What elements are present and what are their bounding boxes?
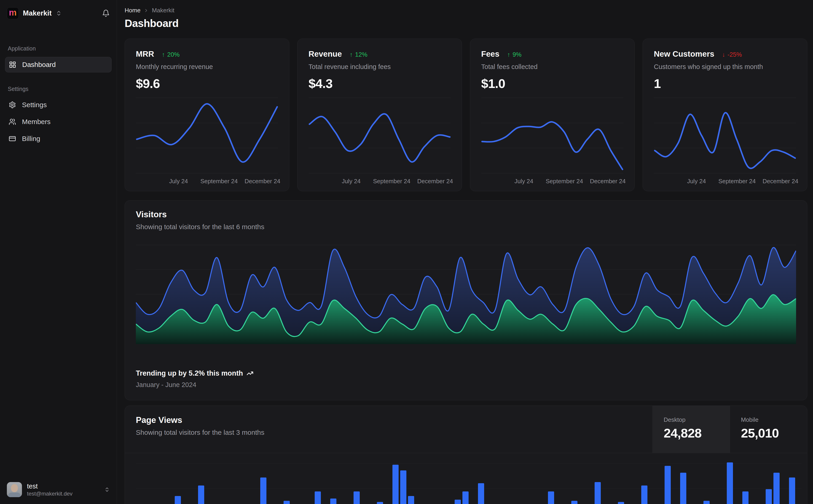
stat-change-badge: ↓-25% xyxy=(722,51,742,58)
trending-up-icon xyxy=(247,370,254,377)
bar xyxy=(315,491,321,504)
user-avatar xyxy=(7,482,22,497)
stat-card-revenue: Revenue ↑12% Total revenue including fee… xyxy=(297,39,462,191)
sidebar-item-billing[interactable]: Billing xyxy=(5,131,112,146)
bar xyxy=(330,499,336,504)
arrow-up-icon: ↑ xyxy=(350,51,353,58)
bar xyxy=(789,477,795,504)
arrow-down-icon: ↓ xyxy=(722,51,725,58)
bar xyxy=(392,465,399,504)
visitors-area-chart xyxy=(136,244,796,344)
chevron-right-icon xyxy=(144,8,149,13)
page-views-header: Page Views Showing total visitors for th… xyxy=(125,406,807,453)
chevrons-up-down-icon xyxy=(56,10,62,16)
bar xyxy=(665,466,671,504)
stat-subtitle: Customers who signed up this month xyxy=(654,63,796,71)
sparkline-chart: July 24 September 24 December 24 xyxy=(481,96,624,187)
stat-subtitle: Total revenue including fees xyxy=(309,63,451,71)
stat-title: Revenue xyxy=(309,49,342,58)
stat-title: MRR xyxy=(136,49,154,58)
bar xyxy=(742,491,749,504)
bar xyxy=(478,483,484,504)
toggle-mobile[interactable]: Mobile 25,010 xyxy=(730,406,807,453)
stat-value: 1 xyxy=(654,76,796,91)
visitors-period: January - June 2024 xyxy=(136,381,796,389)
gear-icon xyxy=(9,101,16,109)
makerkit-logo: m xyxy=(7,7,19,19)
bar xyxy=(462,491,469,504)
sidebar-item-label: Settings xyxy=(22,101,47,109)
toggle-mobile-value: 25,010 xyxy=(741,426,807,440)
bar xyxy=(680,473,686,504)
bar xyxy=(727,462,733,504)
visitors-footer: Trending up by 5.2% this month January -… xyxy=(136,369,796,389)
toggle-mobile-label: Mobile xyxy=(741,416,807,423)
sparkline-x-labels: July 24 September 24 December 24 xyxy=(136,175,278,187)
visitors-title: Visitors xyxy=(136,210,796,219)
layout-dashboard-icon xyxy=(9,61,16,68)
bar xyxy=(260,477,267,504)
user-menu[interactable]: test test@makerkit.dev xyxy=(5,481,112,499)
sidebar-item-settings[interactable]: Settings xyxy=(5,97,112,112)
bar xyxy=(618,502,624,504)
stat-value: $1.0 xyxy=(481,76,624,91)
bar xyxy=(198,485,204,504)
bar xyxy=(641,485,648,504)
page-views-bar-chart xyxy=(136,456,801,504)
credit-card-icon xyxy=(9,135,16,142)
main-content: Home Makerkit Dashboard MRR ↑20% Monthly… xyxy=(117,0,813,504)
stat-subtitle: Monthly recurring revenue xyxy=(136,63,278,71)
bar xyxy=(175,496,181,504)
sidebar-item-members[interactable]: Members xyxy=(5,114,112,129)
bar xyxy=(408,496,414,504)
workspace-selector[interactable]: m Makerkit xyxy=(5,6,112,20)
bar xyxy=(594,482,601,504)
sparkline-chart: July 24 September 24 December 24 xyxy=(654,96,796,187)
bar xyxy=(455,500,461,504)
stat-card-mrr: MRR ↑20% Monthly recurring revenue $9.6 … xyxy=(125,39,289,191)
sidebar-item-label: Dashboard xyxy=(22,61,56,69)
stat-change-badge: ↑9% xyxy=(507,51,522,58)
breadcrumb: Home Makerkit xyxy=(125,7,807,14)
stat-change-badge: ↑12% xyxy=(350,51,368,58)
breadcrumb-home-link[interactable]: Home xyxy=(125,7,140,14)
stat-value: $9.6 xyxy=(136,76,278,91)
visitors-subtitle: Showing total visitors for the last 6 mo… xyxy=(136,223,796,231)
bar xyxy=(400,470,406,504)
sparkline-chart: July 24 September 24 December 24 xyxy=(309,96,451,187)
breadcrumb-current: Makerkit xyxy=(152,7,174,14)
visitors-trend-text: Trending up by 5.2% this month xyxy=(136,369,243,377)
logo-letter: m xyxy=(9,8,17,17)
nav-section-settings: Settings xyxy=(5,86,112,92)
stat-value: $4.3 xyxy=(309,76,451,91)
nav-section-application: Application xyxy=(5,45,112,52)
sidebar: m Makerkit Application Dashboard Setting… xyxy=(0,0,117,504)
sidebar-nav: Application Dashboard Settings Settings xyxy=(5,45,112,146)
bar xyxy=(548,491,554,504)
bar xyxy=(377,502,383,504)
sparkline-x-labels: July 24 September 24 December 24 xyxy=(654,175,796,187)
dashboard-page: { "sidebar": { "logo_letter": "m", "work… xyxy=(0,0,813,504)
toggle-desktop-label: Desktop xyxy=(664,416,730,423)
visitors-card: Visitors Showing total visitors for the … xyxy=(125,200,807,400)
sidebar-item-dashboard[interactable]: Dashboard xyxy=(5,57,112,72)
stat-title: New Customers xyxy=(654,49,715,58)
user-name: test xyxy=(27,482,72,490)
toggle-desktop-value: 24,828 xyxy=(664,426,730,440)
sparkline-chart: July 24 September 24 December 24 xyxy=(136,96,278,187)
bar xyxy=(571,501,577,504)
sidebar-item-label: Billing xyxy=(22,135,40,143)
bar xyxy=(773,473,780,504)
sidebar-item-label: Members xyxy=(22,118,50,126)
bar xyxy=(354,491,360,504)
users-icon xyxy=(9,118,16,125)
stat-card-new-customers: New Customers ↓-25% Customers who signed… xyxy=(643,39,807,191)
arrow-up-icon: ↑ xyxy=(162,51,165,58)
arrow-up-icon: ↑ xyxy=(507,51,510,58)
page-title: Dashboard xyxy=(125,17,807,29)
bar xyxy=(766,489,772,504)
chevrons-up-down-icon xyxy=(104,487,110,492)
notifications-bell-icon[interactable] xyxy=(102,9,110,17)
workspace-name: Makerkit xyxy=(23,9,52,17)
toggle-desktop[interactable]: Desktop 24,828 xyxy=(653,406,730,453)
